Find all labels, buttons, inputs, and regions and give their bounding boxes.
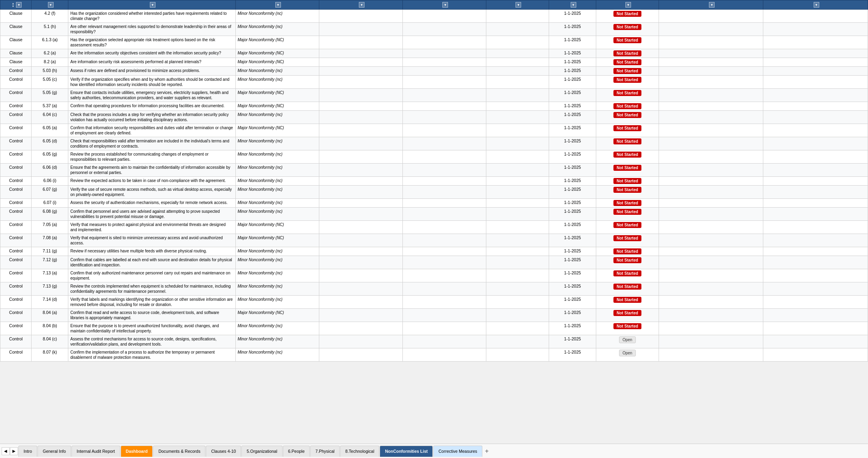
cell-mgmt[interactable] bbox=[763, 309, 868, 322]
table-row[interactable]: Control 6.05 (d) Check that responsibili… bbox=[0, 137, 868, 150]
tab-5.organizational[interactable]: 5.Organizational bbox=[241, 446, 282, 457]
cell-ca[interactable] bbox=[319, 234, 402, 247]
cell-ca[interactable] bbox=[319, 137, 402, 150]
cell-results-ca[interactable] bbox=[659, 199, 763, 208]
cell-results-ca[interactable] bbox=[659, 49, 763, 58]
cell-rca[interactable] bbox=[403, 269, 486, 282]
cell-ca[interactable] bbox=[319, 36, 402, 49]
tab-7.physical[interactable]: 7.Physical bbox=[310, 446, 340, 457]
cell-rca[interactable] bbox=[403, 208, 486, 221]
cell-ca[interactable] bbox=[319, 111, 402, 124]
cell-ca[interactable] bbox=[319, 164, 402, 177]
cell-person[interactable] bbox=[486, 208, 549, 221]
cell-person[interactable] bbox=[486, 49, 549, 58]
tab-clauses-4-10[interactable]: Clauses 4-10 bbox=[206, 446, 241, 457]
col-header-description[interactable]: ▼ bbox=[68, 0, 236, 10]
table-row[interactable]: Control 8.04 (c) Assess the control mech… bbox=[0, 335, 868, 348]
add-tab-button[interactable]: + bbox=[483, 447, 491, 455]
cell-person[interactable] bbox=[486, 89, 549, 102]
cell-rca[interactable] bbox=[403, 150, 486, 164]
filter-status[interactable]: ▼ bbox=[625, 2, 631, 8]
cell-ca[interactable] bbox=[319, 186, 402, 199]
cell-ca[interactable] bbox=[319, 67, 402, 76]
cell-results-ca[interactable] bbox=[659, 269, 763, 282]
table-row[interactable]: Control 7.08 (a) Verify that equipment i… bbox=[0, 234, 868, 247]
filter-person[interactable]: ▼ bbox=[516, 2, 521, 8]
col-header-results-ca[interactable]: ▼ bbox=[659, 0, 763, 10]
filter-num[interactable]: ▼ bbox=[48, 2, 54, 8]
cell-ca[interactable] bbox=[319, 23, 402, 36]
cell-results-ca[interactable] bbox=[659, 67, 763, 76]
col-header-rca[interactable]: ▼ bbox=[403, 0, 486, 10]
cell-results-ca[interactable] bbox=[659, 296, 763, 309]
col-header-person[interactable]: ▼ bbox=[486, 0, 549, 10]
cell-mgmt[interactable] bbox=[763, 164, 868, 177]
cell-rca[interactable] bbox=[403, 221, 486, 234]
cell-ca[interactable] bbox=[319, 177, 402, 186]
cell-rca[interactable] bbox=[403, 10, 486, 23]
tab-corrective-measures[interactable]: Corrective Measures bbox=[433, 446, 482, 457]
cell-ca[interactable] bbox=[319, 102, 402, 111]
tab-nav-left[interactable]: ◀ bbox=[2, 447, 10, 455]
col-header-mgmt[interactable]: ▼ bbox=[763, 0, 868, 10]
cell-rca[interactable] bbox=[403, 36, 486, 49]
cell-ca[interactable] bbox=[319, 335, 402, 348]
cell-person[interactable] bbox=[486, 137, 549, 150]
col-header-date[interactable]: ▼ bbox=[549, 0, 596, 10]
cell-mgmt[interactable] bbox=[763, 10, 868, 23]
cell-mgmt[interactable] bbox=[763, 269, 868, 282]
cell-results-ca[interactable] bbox=[659, 221, 763, 234]
cell-ca[interactable] bbox=[319, 49, 402, 58]
cell-mgmt[interactable] bbox=[763, 177, 868, 186]
table-row[interactable]: Control 7.14 (d) Verify that labels and … bbox=[0, 296, 868, 309]
cell-rca[interactable] bbox=[403, 49, 486, 58]
cell-person[interactable] bbox=[486, 309, 549, 322]
table-wrapper[interactable]: ▼ ▼ ▼ bbox=[0, 0, 868, 444]
cell-results-ca[interactable] bbox=[659, 247, 763, 256]
cell-results-ca[interactable] bbox=[659, 10, 763, 23]
cell-results-ca[interactable] bbox=[659, 234, 763, 247]
cell-rca[interactable] bbox=[403, 282, 486, 296]
cell-results-ca[interactable] bbox=[659, 208, 763, 221]
cell-results-ca[interactable] bbox=[659, 164, 763, 177]
tab-general-info[interactable]: General Info bbox=[38, 446, 71, 457]
cell-ca[interactable] bbox=[319, 10, 402, 23]
cell-rca[interactable] bbox=[403, 199, 486, 208]
cell-mgmt[interactable] bbox=[763, 76, 868, 89]
cell-rca[interactable] bbox=[403, 89, 486, 102]
cell-rca[interactable] bbox=[403, 186, 486, 199]
table-row[interactable]: Control 7.05 (a) Verify that measures to… bbox=[0, 221, 868, 234]
cell-mgmt[interactable] bbox=[763, 58, 868, 67]
cell-person[interactable] bbox=[486, 322, 549, 335]
table-row[interactable]: Clause 6.2 (a) Are the information secur… bbox=[0, 49, 868, 58]
cell-rca[interactable] bbox=[403, 348, 486, 362]
cell-results-ca[interactable] bbox=[659, 124, 763, 137]
filter-description[interactable]: ▼ bbox=[150, 2, 155, 8]
filter-mgmt[interactable]: ▼ bbox=[814, 2, 819, 8]
cell-person[interactable] bbox=[486, 23, 549, 36]
cell-results-ca[interactable] bbox=[659, 322, 763, 335]
cell-mgmt[interactable] bbox=[763, 186, 868, 199]
cell-mgmt[interactable] bbox=[763, 67, 868, 76]
table-row[interactable]: Control 6.08 (g) Confirm that personnel … bbox=[0, 208, 868, 221]
table-row[interactable]: Control 5.05 (g) Ensure that contacts in… bbox=[0, 89, 868, 102]
cell-results-ca[interactable] bbox=[659, 23, 763, 36]
table-row[interactable]: Control 6.04 (c) Check that the process … bbox=[0, 111, 868, 124]
cell-mgmt[interactable] bbox=[763, 89, 868, 102]
col-header-ca[interactable]: ▼ bbox=[319, 0, 402, 10]
table-row[interactable]: Control 8.04 (a) Confirm that read and w… bbox=[0, 309, 868, 322]
table-row[interactable]: Control 5.05 (c) Verify if the organizat… bbox=[0, 76, 868, 89]
cell-results-ca[interactable] bbox=[659, 36, 763, 49]
cell-mgmt[interactable] bbox=[763, 296, 868, 309]
cell-rca[interactable] bbox=[403, 58, 486, 67]
cell-ca[interactable] bbox=[319, 247, 402, 256]
table-row[interactable]: Control 8.04 (b) Ensure that the purpose… bbox=[0, 322, 868, 335]
cell-rca[interactable] bbox=[403, 335, 486, 348]
cell-mgmt[interactable] bbox=[763, 221, 868, 234]
cell-ca[interactable] bbox=[319, 150, 402, 164]
cell-mgmt[interactable] bbox=[763, 36, 868, 49]
cell-mgmt[interactable] bbox=[763, 49, 868, 58]
cell-person[interactable] bbox=[486, 282, 549, 296]
cell-person[interactable] bbox=[486, 36, 549, 49]
cell-rca[interactable] bbox=[403, 67, 486, 76]
